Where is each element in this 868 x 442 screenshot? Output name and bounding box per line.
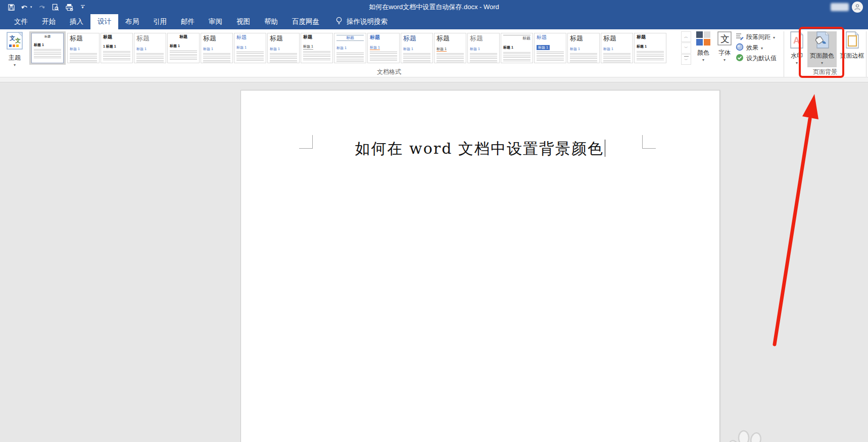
thumbnail-heading-text: 标题 1 [403, 47, 413, 51]
style-set-thumbnail[interactable]: 标题标题 1 [301, 33, 333, 63]
page-borders-button[interactable]: 页面边框 [838, 31, 866, 60]
watermark-label: 水印 [791, 52, 803, 60]
tab-file[interactable]: 文件 [7, 14, 35, 29]
thumbnail-body-lines [370, 52, 397, 61]
tab-help[interactable]: 帮助 [257, 14, 285, 29]
tab-baidu-netdisk[interactable]: 百度网盘 [285, 14, 326, 29]
thumbnail-title-text: 标题 [570, 35, 597, 42]
thumbnail-heading-text: 标题 1 [603, 47, 613, 51]
text-cursor [605, 140, 606, 157]
gallery-more-button[interactable]: ﹀ [681, 54, 691, 65]
thumbnail-title-text: 标题 [403, 35, 430, 42]
thumbnail-title-text: 标题 [103, 35, 130, 39]
thumbnail-heading-text: 1 标题 1 [103, 45, 116, 48]
style-set-thumbnail[interactable]: 标题标题 1 [501, 33, 533, 63]
tab-view[interactable]: 视图 [229, 14, 257, 29]
page-borders-icon [845, 31, 860, 50]
thumbnail-body-lines [336, 53, 364, 62]
themes-button[interactable]: 文 文 主题 ▾ [3, 31, 26, 67]
customize-qat-icon[interactable]: ▾ [79, 3, 87, 11]
style-set-thumbnail[interactable]: 标题标题 1 [134, 33, 166, 63]
ribbon-tab-bar: 文件开始插入设计布局引用邮件审阅视图帮助百度网盘 操作说明搜索 [0, 14, 868, 29]
style-set-thumbnail[interactable]: 标题标题 1 [67, 33, 100, 63]
thumbnail-body-lines [203, 53, 230, 63]
group-label-document-formatting: 文档格式 [359, 68, 419, 76]
thumbnail-title-text: 标题 [537, 35, 564, 40]
thumbnail-title-text: 标题 [437, 35, 464, 42]
style-set-thumbnail[interactable]: 标题标题 1 [401, 33, 433, 63]
set-default-button[interactable]: 设为默认值 [736, 53, 783, 64]
page-color-label: 页面颜色 [810, 52, 834, 60]
effects-caret-icon: ▾ [761, 47, 763, 51]
ribbon-bottom-strip [0, 77, 868, 82]
style-set-thumbnail[interactable]: 标题标题 1 [367, 33, 400, 63]
svg-text:文: 文 [720, 34, 730, 44]
paragraph-spacing-caret-icon: ▾ [773, 36, 775, 40]
style-set-thumbnail[interactable]: 标题标题 1 [534, 33, 566, 63]
account-area [831, 2, 863, 13]
thumbnail-heading-text: 标题 1 [537, 45, 550, 50]
word-window: ▾ ▾ 如何在word文档中设置自动保存.docx - Word 文件开始插入设… [0, 0, 868, 442]
page-color-button[interactable]: 页面颜色 ▾ [807, 31, 837, 67]
style-set-thumbnail[interactable]: 标题标题 1 [467, 33, 500, 63]
document-title-text: 如何在 word 文档中设置背景颜色 [241, 139, 719, 159]
thumbnail-title-text: 标题 [70, 35, 97, 42]
style-set-thumbnail[interactable]: 标题标题 1 [167, 33, 200, 63]
undo-dropdown-icon[interactable]: ▾ [30, 5, 32, 9]
style-set-thumbnail[interactable]: 标题标题 1 [334, 33, 366, 63]
style-set-thumbnail[interactable]: 标题标题 1 [31, 33, 64, 63]
tab-references[interactable]: 引用 [146, 14, 174, 29]
thumbnail-heading-text: 标题 1 [236, 46, 247, 49]
undo-icon[interactable] [21, 3, 29, 11]
thumbnail-heading-text: 标题 1 [370, 46, 380, 50]
style-set-thumbnail[interactable]: 标题标题 1 [267, 33, 300, 63]
thumbnail-heading-text: 标题 1 [34, 43, 44, 47]
quick-print-icon[interactable] [65, 3, 73, 11]
account-avatar[interactable] [852, 2, 863, 13]
tab-design[interactable]: 设计 [90, 14, 118, 29]
thumbnail-body-lines [270, 53, 297, 63]
redo-icon[interactable] [38, 3, 46, 11]
tell-me-search[interactable]: 操作说明搜索 [335, 14, 388, 29]
tab-home[interactable]: 开始 [35, 14, 63, 29]
ribbon-tabs-list: 文件开始插入设计布局引用邮件审阅视图帮助百度网盘 [7, 14, 326, 29]
thumbnail-title-text: 标题 [370, 35, 397, 40]
style-set-thumbnail[interactable]: 标题标题 1 [201, 33, 233, 63]
theme-colors-icon [696, 31, 710, 47]
tab-mailings[interactable]: 邮件 [174, 14, 202, 29]
thumbnail-title-text: 标题 [34, 35, 61, 38]
gallery-scroll-down[interactable]: ﹀ [681, 42, 691, 53]
fonts-button[interactable]: 文 字体 ▾ [714, 31, 735, 62]
paragraph-spacing-button[interactable]: 段落间距 ▾ [736, 32, 783, 42]
effects-button[interactable]: 效果 ▾ [736, 42, 783, 53]
style-set-thumbnail[interactable]: 标题标题 1 [601, 33, 633, 63]
style-set-thumbnail[interactable]: 标题标题 1 [567, 33, 600, 63]
blurred-account-name [831, 3, 849, 11]
style-set-thumbnail[interactable]: 标题1 标题 1 [101, 33, 133, 63]
style-set-thumbnail[interactable]: 标题标题 1 [234, 33, 266, 63]
document-page[interactable]: 如何在 word 文档中设置背景颜色 [240, 90, 720, 442]
quick-access-toolbar: ▾ ▾ [7, 0, 87, 14]
tab-review[interactable]: 审阅 [202, 14, 229, 29]
themes-icon: 文 文 [6, 31, 24, 52]
gallery-scrollbar: ︿ ﹀ ﹀ [681, 31, 691, 65]
style-set-thumbnail[interactable]: 标题标题 1 [634, 33, 666, 63]
paragraph-spacing-label: 段落间距 [746, 33, 770, 41]
svg-text:文: 文 [15, 37, 21, 43]
tab-layout[interactable]: 布局 [118, 14, 146, 29]
thumbnail-heading-text: 标题 1 [570, 47, 580, 51]
thumbnail-heading-text: 标题 1 [637, 45, 647, 48]
effects-icon [736, 43, 744, 53]
thumbnail-heading-text: 标题 1 [270, 47, 280, 51]
page-color-icon [814, 31, 830, 50]
save-icon[interactable] [7, 3, 15, 11]
gallery-scroll-up[interactable]: ︿ [681, 31, 691, 42]
tab-insert[interactable]: 插入 [63, 14, 90, 29]
style-set-thumbnail[interactable]: 标题标题 1 [434, 33, 466, 63]
colors-button[interactable]: 颜色 ▾ [693, 31, 713, 62]
thumbnail-title-text: 标题 [236, 35, 264, 40]
print-preview-icon[interactable] [52, 3, 60, 11]
paragraph-spacing-icon [736, 32, 744, 42]
watermark-caret-icon: ▾ [796, 61, 798, 65]
watermark-button[interactable]: A 水印 ▾ [786, 31, 807, 65]
